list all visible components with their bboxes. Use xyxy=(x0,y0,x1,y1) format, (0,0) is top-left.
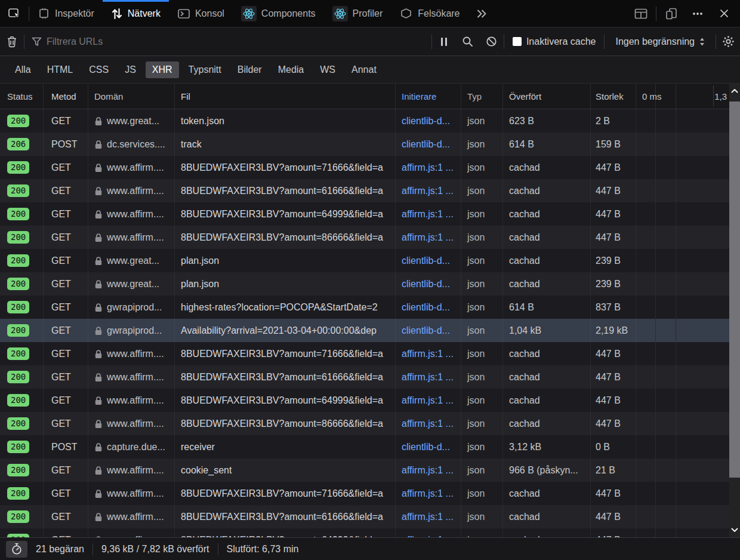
clear-requests-button[interactable] xyxy=(0,27,24,56)
column-header-domain[interactable]: Domän xyxy=(88,84,175,109)
initiator-cell[interactable]: affirm.js:1 ... xyxy=(396,156,461,179)
method-cell: GET xyxy=(44,272,88,296)
filter-fonts[interactable]: Typsnitt xyxy=(182,61,228,78)
status-cell: 200 xyxy=(0,179,44,202)
filter-js[interactable]: JS xyxy=(118,61,143,78)
initiator-cell[interactable]: affirm.js:1 ... xyxy=(396,179,461,202)
method-cell: GET xyxy=(44,412,88,435)
filter-other[interactable]: Annat xyxy=(345,61,383,78)
file-cell: plan.json xyxy=(175,272,396,296)
initiator-cell[interactable]: affirm.js:1 ... xyxy=(396,365,461,389)
dock-layout-button[interactable] xyxy=(630,0,652,27)
request-row[interactable]: 200 GET www.affirm.... 8BUEDWFAXEIR3LBV?… xyxy=(0,202,740,226)
initiator-cell[interactable]: affirm.js:1 ... xyxy=(396,389,461,412)
type-cell: json xyxy=(461,459,503,482)
status-badge: 200 xyxy=(7,208,29,220)
search-button[interactable] xyxy=(456,27,480,56)
pause-traffic-button[interactable] xyxy=(432,27,456,56)
vertical-scrollbar[interactable] xyxy=(729,84,740,537)
block-request-button[interactable] xyxy=(480,27,504,56)
request-row[interactable]: 200 GET www.affirm.... 8BUEDWFAXEIR3LBV?… xyxy=(0,365,740,389)
filter-css[interactable]: CSS xyxy=(82,61,115,78)
request-row[interactable]: 200 GET www.affirm.... cookie_sent affir… xyxy=(0,459,740,482)
column-header-transferred[interactable]: Överfört xyxy=(503,84,591,109)
initiator-cell[interactable]: affirm.js:1 ... xyxy=(396,528,461,537)
disable-cache-checkbox[interactable] xyxy=(513,37,522,46)
request-row[interactable]: 200 GET gwrapiprod... Availability?arriv… xyxy=(0,319,740,342)
file-cell: 8BUEDWFAXEIR3LBV?amount=61666&field=a xyxy=(175,505,396,528)
node-picker-button[interactable] xyxy=(0,0,29,27)
meatball-menu-button[interactable] xyxy=(686,0,709,27)
initiator-cell[interactable]: affirm.js:1 ... xyxy=(396,226,461,249)
initiator-cell[interactable]: clientlib-d... xyxy=(396,249,461,272)
initiator-cell[interactable]: affirm.js:1 ... xyxy=(396,202,461,226)
initiator-cell[interactable]: clientlib-d... xyxy=(396,109,461,133)
request-row[interactable]: 200 GET www.affirm.... 8BUEDWFAXEIR3LBV?… xyxy=(0,179,740,202)
initiator-cell[interactable]: clientlib-d... xyxy=(396,272,461,296)
performance-analysis-button[interactable] xyxy=(6,541,27,558)
initiator-cell[interactable]: affirm.js:1 ... xyxy=(396,505,461,528)
column-header-type[interactable]: Typ xyxy=(461,84,503,109)
scroll-up-button[interactable] xyxy=(729,85,740,97)
request-row[interactable]: 200 GET www.affirm.... 8BUEDWFAXEIR3LBV?… xyxy=(0,389,740,412)
filter-images[interactable]: Bilder xyxy=(231,61,269,78)
transferred-cell: cachad xyxy=(503,226,591,249)
waterfall-cell xyxy=(636,109,740,133)
method-cell: GET xyxy=(44,389,88,412)
request-row[interactable]: 200 GET www.affirm.... 8BUEDWFAXEIR3LBV?… xyxy=(0,156,740,179)
request-row[interactable]: 200 POST capture.due... receiver clientl… xyxy=(0,435,740,459)
filter-html[interactable]: HTML xyxy=(41,61,80,78)
tab-profiler[interactable]: Profiler xyxy=(324,0,391,27)
status-badge: 200 xyxy=(7,510,29,523)
request-row[interactable]: 200 GET www.great... plan.json clientlib… xyxy=(0,272,740,296)
column-header-file[interactable]: Fil xyxy=(175,84,396,109)
initiator-cell[interactable]: affirm.js:1 ... xyxy=(396,459,461,482)
initiator-cell[interactable]: affirm.js:1 ... xyxy=(396,482,461,505)
filter-all[interactable]: Alla xyxy=(8,61,38,78)
stopwatch-icon xyxy=(11,543,23,555)
column-header-initiator[interactable]: Initierare xyxy=(396,84,461,109)
request-row[interactable]: 200 GET www.great... token.json clientli… xyxy=(0,109,740,133)
request-row[interactable]: 200 GET www.affirm.... 8BUEDWFAXEIR3LBV?… xyxy=(0,412,740,435)
initiator-cell[interactable]: clientlib-d... xyxy=(396,133,461,156)
status-badge: 200 xyxy=(7,231,29,244)
overflow-tabs-button[interactable] xyxy=(468,0,495,27)
request-row[interactable]: 206 POST dc.services.... track clientlib… xyxy=(0,133,740,156)
disable-cache-control[interactable]: Inaktivera cache xyxy=(504,36,605,47)
request-row[interactable]: 200 GET www.affirm.... 8BUEDWFAXEIR3LBV?… xyxy=(0,342,740,365)
request-row[interactable]: 200 GET www.affirm.... 8BUEDWFAXEIR3LBV?… xyxy=(0,528,740,537)
tab-network[interactable]: Nätverk xyxy=(103,0,169,27)
tab-debugger[interactable]: Felsökare xyxy=(391,0,468,27)
initiator-cell[interactable]: affirm.js:1 ... xyxy=(396,412,461,435)
column-header-size[interactable]: Storlek xyxy=(591,84,636,109)
scroll-down-button[interactable] xyxy=(729,524,740,536)
size-cell: 447 B xyxy=(591,389,636,412)
filter-urls-input[interactable] xyxy=(47,36,431,47)
waterfall-cell xyxy=(636,272,740,296)
filter-media[interactable]: Media xyxy=(272,61,311,78)
filter-xhr[interactable]: XHR xyxy=(146,61,179,78)
initiator-cell[interactable]: clientlib-d... xyxy=(396,435,461,459)
throttling-dropdown[interactable]: Ingen begränsning xyxy=(605,36,716,47)
initiator-cell[interactable]: clientlib-d... xyxy=(396,296,461,319)
column-header-waterfall[interactable]: 0 ms 1,3 xyxy=(636,84,740,109)
request-row[interactable]: 200 GET www.affirm.... 8BUEDWFAXEIR3LBV?… xyxy=(0,482,740,505)
initiator-cell[interactable]: affirm.js:1 ... xyxy=(396,342,461,365)
tab-inspector[interactable]: Inspektör xyxy=(29,0,103,27)
column-header-status[interactable]: Status xyxy=(0,84,44,109)
tab-console[interactable]: Konsol xyxy=(169,0,233,27)
scrollbar-thumb[interactable] xyxy=(729,101,740,478)
transferred-cell: cachad xyxy=(503,482,591,505)
request-row[interactable]: 200 GET gwrapiprod... highest-rates?loca… xyxy=(0,296,740,319)
column-header-method[interactable]: Metod xyxy=(44,84,88,109)
filter-ws[interactable]: WS xyxy=(313,61,342,78)
close-devtools-button[interactable] xyxy=(713,0,735,27)
tab-components[interactable]: Components xyxy=(233,0,324,27)
responsive-design-button[interactable] xyxy=(660,0,683,27)
network-settings-button[interactable] xyxy=(716,27,740,56)
request-row[interactable]: 200 GET www.affirm.... 8BUEDWFAXEIR3LBV?… xyxy=(0,505,740,528)
request-row[interactable]: 200 GET www.great... plan.json clientlib… xyxy=(0,249,740,272)
initiator-cell[interactable]: clientlib-d... xyxy=(396,319,461,342)
request-row[interactable]: 200 GET www.affirm.... 8BUEDWFAXEIR3LBV?… xyxy=(0,226,740,249)
type-cell: json xyxy=(461,109,503,133)
